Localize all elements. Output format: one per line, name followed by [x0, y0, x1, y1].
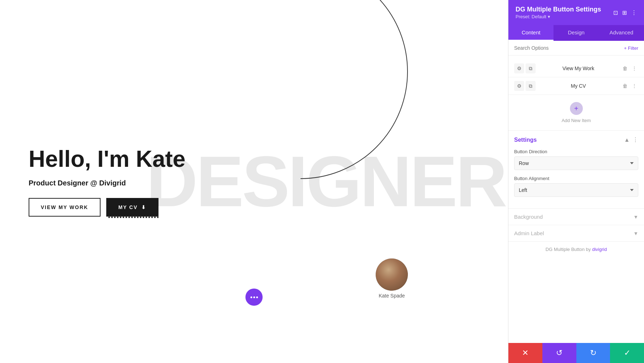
background-collapse-icon: ▼ [633, 214, 638, 220]
search-input[interactable] [514, 45, 621, 51]
hero-section: Hello, I'm Kate Product Designer @ Divig… [29, 146, 185, 216]
admin-label-collapse-icon: ▼ [633, 231, 638, 236]
panel-content: ⚙ ⧉ View My Work 🗑 ⋮ ⚙ ⧉ My CV 🗑 ⋮ [508, 55, 644, 343]
my-cv-label: MY CV [118, 204, 138, 210]
undo-button[interactable]: ↺ [542, 343, 576, 363]
avatar [376, 258, 408, 291]
more-button-1[interactable]: ⋮ [630, 65, 638, 72]
add-new-item-button[interactable]: + [570, 102, 583, 115]
settings-icon-1[interactable]: ⚙ [514, 63, 524, 73]
canvas-area: DESIGNER Hello, I'm Kate Product Designe… [0, 0, 508, 363]
hero-title: Hello, I'm Kate [29, 146, 185, 171]
button-direction-group: Button Direction Row Column [514, 149, 638, 170]
settings-title: Settings [514, 137, 537, 143]
button-item-1-icons: ⚙ ⧉ [514, 63, 536, 73]
more-button-2[interactable]: ⋮ [630, 82, 638, 89]
button-direction-label: Button Direction [514, 149, 638, 154]
attribution-plugin-name: DG Multiple Button [546, 247, 585, 252]
panel-inner: ⚙ ⧉ View My Work 🗑 ⋮ ⚙ ⧉ My CV 🗑 ⋮ [508, 55, 644, 363]
settings-collapse-icon[interactable]: ▲ [624, 137, 630, 143]
avatar-container: Kate Spade [376, 258, 408, 299]
fullscreen-icon[interactable]: ⊡ [613, 9, 618, 16]
more-options-icon[interactable]: ⋮ [631, 9, 637, 16]
panel-header-icons: ⊡ ⊞ ⋮ [613, 9, 637, 16]
tab-design[interactable]: Design [553, 25, 599, 41]
floating-dots [250, 296, 258, 298]
panel-preset[interactable]: Preset: Default ▾ [516, 14, 613, 19]
button-alignment-group: Button Alignment Left Center Right [514, 176, 638, 197]
confirm-button[interactable]: ✓ [610, 343, 644, 363]
settings-panel: DG Multiple Button Settings Preset: Defa… [508, 0, 644, 363]
view-my-work-button[interactable]: VIEW MY WORK [29, 198, 101, 217]
settings-controls: ▲ ⋮ [624, 136, 638, 143]
floating-menu-button[interactable] [245, 289, 263, 306]
admin-label-section[interactable]: Admin Label ▼ [508, 225, 644, 241]
copy-icon-2[interactable]: ⧉ [526, 81, 536, 91]
settings-icon-2[interactable]: ⚙ [514, 81, 524, 91]
copy-icon-1[interactable]: ⧉ [526, 63, 536, 73]
button-item-1-actions: 🗑 ⋮ [621, 65, 638, 72]
add-new-item-section[interactable]: + Add New Item [508, 95, 644, 130]
attribution-by: by [586, 247, 592, 252]
button-item-1-label: View My Work [538, 66, 618, 71]
redo-button[interactable]: ↻ [576, 343, 610, 363]
filter-button[interactable]: + Filter [624, 45, 638, 51]
delete-button-2[interactable]: 🗑 [621, 82, 629, 89]
bottom-action-bar: ✕ ↺ ↻ ✓ [508, 343, 644, 363]
canvas-content: DESIGNER Hello, I'm Kate Product Designe… [0, 0, 508, 363]
background-label: Background [514, 214, 543, 220]
delete-button-1[interactable]: 🗑 [621, 65, 629, 72]
layout-icon[interactable]: ⊞ [622, 9, 627, 16]
panel-attribution: DG Multiple Button by divigrid [508, 241, 644, 257]
dot-1 [250, 296, 252, 298]
settings-more-icon[interactable]: ⋮ [633, 136, 638, 143]
panel-tabs: Content Design Advanced [508, 25, 644, 41]
add-new-label: Add New Item [562, 118, 591, 123]
dot-3 [256, 296, 258, 298]
button-item-2: ⚙ ⧉ My CV 🗑 ⋮ [508, 77, 644, 95]
background-section[interactable]: Background ▼ [508, 208, 644, 225]
attribution-link[interactable]: divigrid [592, 247, 607, 252]
button-item-1: ⚙ ⧉ View My Work 🗑 ⋮ [508, 60, 644, 77]
button-item-2-icons: ⚙ ⧉ [514, 81, 536, 91]
settings-section: Settings ▲ ⋮ Button Direction Row Column [508, 130, 644, 208]
panel-search-bar: + Filter [508, 41, 644, 55]
avatar-name: Kate Spade [376, 293, 408, 299]
dot-2 [253, 296, 255, 298]
my-cv-button[interactable]: MY CV ⬇ [106, 198, 158, 217]
hero-subtitle: Product Designer @ Divigrid [29, 179, 185, 187]
tab-advanced[interactable]: Advanced [599, 25, 644, 41]
panel-header: DG Multiple Button Settings Preset: Defa… [508, 0, 644, 25]
button-alignment-label: Button Alignment [514, 176, 638, 181]
button-item-2-label: My CV [538, 83, 618, 89]
settings-section-header: Settings ▲ ⋮ [514, 136, 638, 143]
avatar-face [376, 258, 408, 291]
tab-content[interactable]: Content [508, 25, 553, 41]
button-direction-select[interactable]: Row Column [514, 156, 638, 170]
download-icon: ⬇ [141, 204, 146, 210]
panel-title-section: DG Multiple Button Settings Preset: Defa… [516, 6, 613, 19]
admin-label-text: Admin Label [514, 230, 544, 236]
panel-title: DG Multiple Button Settings [516, 6, 613, 13]
cancel-button[interactable]: ✕ [508, 343, 542, 363]
hero-buttons: VIEW MY WORK MY CV ⬇ [29, 198, 185, 217]
button-item-2-actions: 🗑 ⋮ [621, 82, 638, 89]
button-alignment-select[interactable]: Left Center Right [514, 183, 638, 197]
